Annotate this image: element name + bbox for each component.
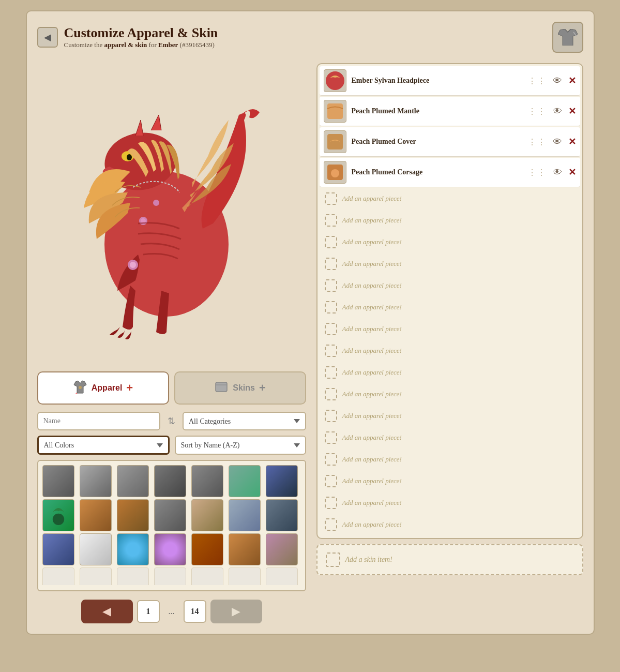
apparel-tab-icon: + bbox=[73, 380, 87, 396]
remove-button-2[interactable]: ✕ bbox=[568, 106, 576, 117]
grid-item[interactable] bbox=[191, 568, 223, 585]
grid-item[interactable] bbox=[191, 499, 223, 531]
apparel-item-3: Peach Plumed Cover ⋮⋮ 👁 ✕ bbox=[320, 127, 580, 157]
visibility-toggle-4[interactable]: 👁 bbox=[553, 167, 562, 178]
filters-row-2: All Colors Sort by Name (A-Z) bbox=[37, 436, 306, 455]
apparel-thumb-4 bbox=[324, 161, 346, 184]
grid-item[interactable] bbox=[42, 499, 74, 531]
grid-item[interactable] bbox=[117, 465, 149, 497]
export-button[interactable] bbox=[552, 22, 583, 53]
empty-slot-7[interactable]: Add an apparel piece! bbox=[320, 232, 580, 252]
next-page-button[interactable]: ▶ bbox=[210, 600, 262, 623]
skin-slot[interactable]: Add a skin item! bbox=[316, 544, 583, 575]
apparel-name-2: Peach Plumed Mantle bbox=[352, 107, 523, 115]
empty-slot-text-5: Add an apparel piece! bbox=[342, 195, 402, 203]
drag-handle-3[interactable]: ⋮⋮ bbox=[528, 137, 547, 147]
back-button[interactable]: ◀ bbox=[37, 27, 58, 48]
drag-handle-4[interactable]: ⋮⋮ bbox=[528, 168, 547, 177]
header-left: ◀ Customize Apparel & Skin Customize the… bbox=[37, 25, 218, 49]
skins-tab-icon bbox=[214, 380, 229, 396]
tab-skins[interactable]: Skins + bbox=[174, 371, 306, 405]
empty-slot-8[interactable]: Add an apparel piece! bbox=[320, 253, 580, 274]
grid-item[interactable] bbox=[229, 533, 261, 565]
prev-page-button[interactable]: ◀ bbox=[81, 600, 133, 623]
grid-item[interactable] bbox=[117, 533, 149, 565]
apparel-thumb-1 bbox=[324, 69, 346, 92]
empty-slot-20[interactable]: Add an apparel piece! bbox=[320, 514, 580, 535]
svg-rect-14 bbox=[327, 103, 343, 119]
empty-slot-16[interactable]: Add an apparel piece! bbox=[320, 427, 580, 448]
grid-item[interactable] bbox=[191, 533, 223, 565]
visibility-toggle-2[interactable]: 👁 bbox=[553, 106, 562, 117]
apparel-controls-4: ⋮⋮ 👁 ✕ bbox=[528, 167, 576, 178]
empty-slot-19[interactable]: Add an apparel piece! bbox=[320, 492, 580, 513]
grid-item[interactable] bbox=[42, 568, 74, 585]
drag-handle-2[interactable]: ⋮⋮ bbox=[528, 107, 547, 116]
empty-slot-15[interactable]: Add an apparel piece! bbox=[320, 406, 580, 426]
grid-item[interactable] bbox=[154, 465, 186, 497]
grid-item[interactable] bbox=[266, 465, 298, 497]
grid-item[interactable] bbox=[266, 568, 298, 585]
apparel-name-3: Peach Plumed Cover bbox=[352, 138, 523, 146]
sort-filter-select[interactable]: Sort by Name (A-Z) bbox=[175, 436, 306, 455]
name-search-input[interactable] bbox=[37, 412, 161, 430]
empty-slot-icon-19 bbox=[325, 497, 337, 509]
empty-slot-14[interactable]: Add an apparel piece! bbox=[320, 384, 580, 405]
apparel-controls-1: ⋮⋮ 👁 ✕ bbox=[528, 75, 576, 86]
grid-item[interactable] bbox=[80, 568, 112, 585]
grid-item[interactable] bbox=[117, 568, 149, 585]
grid-item[interactable] bbox=[266, 499, 298, 531]
empty-slot-5[interactable]: Add an apparel piece! bbox=[320, 188, 580, 209]
grid-item[interactable] bbox=[80, 533, 112, 565]
svg-point-8 bbox=[130, 262, 136, 268]
grid-item[interactable] bbox=[117, 499, 149, 531]
empty-slot-12[interactable]: Add an apparel piece! bbox=[320, 340, 580, 361]
grid-item[interactable] bbox=[191, 465, 223, 497]
empty-slot-9[interactable]: Add an apparel piece! bbox=[320, 275, 580, 296]
grid-item[interactable] bbox=[80, 499, 112, 531]
drag-handle-1[interactable]: ⋮⋮ bbox=[528, 76, 547, 86]
category-filter-select[interactable]: All Categories bbox=[183, 412, 306, 430]
grid-item[interactable] bbox=[229, 465, 261, 497]
grid-item[interactable] bbox=[80, 465, 112, 497]
empty-slot-text-20: Add an apparel piece! bbox=[342, 520, 402, 529]
remove-button-4[interactable]: ✕ bbox=[568, 167, 576, 178]
empty-slot-icon-17 bbox=[325, 453, 337, 466]
skin-slot-text: Add a skin item! bbox=[345, 556, 392, 564]
empty-slot-icon-11 bbox=[325, 323, 337, 335]
empty-slot-6[interactable]: Add an apparel piece! bbox=[320, 210, 580, 231]
empty-slot-text-15: Add an apparel piece! bbox=[342, 412, 402, 420]
empty-slot-text-12: Add an apparel piece! bbox=[342, 347, 402, 355]
dragon-image bbox=[48, 68, 285, 358]
item-grid-wrapper bbox=[37, 460, 306, 591]
svg-point-12 bbox=[52, 514, 64, 525]
remove-button-1[interactable]: ✕ bbox=[568, 75, 576, 86]
grid-item[interactable] bbox=[229, 499, 261, 531]
empty-slot-text-10: Add an apparel piece! bbox=[342, 303, 402, 311]
item-grid bbox=[38, 461, 305, 585]
last-page-number[interactable]: 14 bbox=[184, 600, 206, 623]
empty-slot-10[interactable]: Add an apparel piece! bbox=[320, 297, 580, 318]
apparel-name-1: Ember Sylvan Headpiece bbox=[352, 77, 523, 85]
empty-slot-text-7: Add an apparel piece! bbox=[342, 238, 402, 246]
grid-item[interactable] bbox=[154, 568, 186, 585]
page-title: Customize Apparel & Skin bbox=[64, 25, 218, 41]
empty-slot-icon-9 bbox=[325, 279, 337, 292]
empty-slot-18[interactable]: Add an apparel piece! bbox=[320, 471, 580, 491]
empty-slot-text-8: Add an apparel piece! bbox=[342, 260, 402, 268]
grid-item[interactable] bbox=[229, 568, 261, 585]
visibility-toggle-1[interactable]: 👁 bbox=[553, 76, 562, 86]
visibility-toggle-3[interactable]: 👁 bbox=[553, 137, 562, 147]
header: ◀ Customize Apparel & Skin Customize the… bbox=[37, 22, 583, 53]
remove-button-3[interactable]: ✕ bbox=[568, 136, 576, 147]
empty-slot-17[interactable]: Add an apparel piece! bbox=[320, 449, 580, 470]
grid-item[interactable] bbox=[154, 533, 186, 565]
empty-slot-13[interactable]: Add an apparel piece! bbox=[320, 362, 580, 383]
color-filter-select[interactable]: All Colors bbox=[37, 436, 170, 455]
grid-item[interactable] bbox=[154, 499, 186, 531]
tab-apparel[interactable]: + Apparel + bbox=[37, 371, 169, 405]
grid-item[interactable] bbox=[266, 533, 298, 565]
empty-slot-11[interactable]: Add an apparel piece! bbox=[320, 319, 580, 339]
grid-item[interactable] bbox=[42, 465, 74, 497]
grid-item[interactable] bbox=[42, 533, 74, 565]
